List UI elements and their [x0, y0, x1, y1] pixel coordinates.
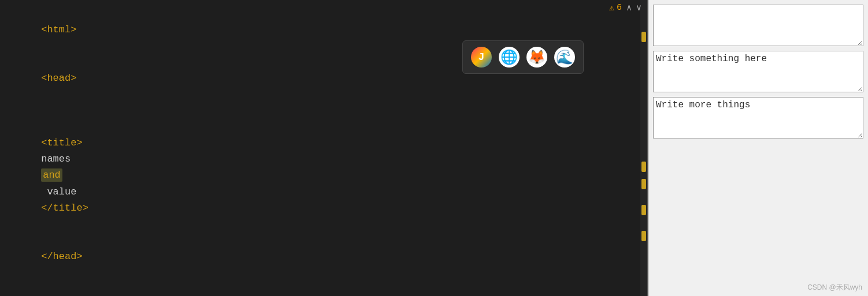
watermark: CSDN @禾风wyh — [807, 283, 862, 293]
chrome-icon[interactable]: 🌐 — [499, 47, 520, 68]
code-line-4: </head> — [6, 233, 647, 281]
code-line-3: <title> names and value </title> — [6, 103, 647, 232]
editor-pane: ⚠ 6 ∧ ∨ J 🌐 🦊 🌊 <html> <head> <title> na… — [0, 0, 647, 296]
nav-down-arrow[interactable]: ∨ — [636, 2, 641, 13]
code-tag-and: and — [41, 168, 62, 182]
scroll-marker-5 — [641, 231, 646, 241]
warning-badge: ⚠ 6 — [609, 2, 622, 13]
code-line-5: <body> — [6, 281, 647, 296]
code-tag: <title> — [41, 137, 82, 148]
browser-popup: J 🌐 🦊 🌊 — [462, 40, 584, 74]
scroll-marker-2 — [641, 162, 646, 172]
scroll-marker-3 — [641, 179, 646, 189]
firefox-icon[interactable]: 🦊 — [526, 47, 547, 68]
code-text — [41, 121, 53, 132]
code-tag: </head> — [41, 251, 82, 262]
editor-scrollbar[interactable] — [640, 0, 647, 296]
preview-textarea-1[interactable] — [653, 5, 863, 46]
warning-count: 6 — [617, 3, 622, 13]
code-text: names — [41, 153, 76, 164]
code-tag: <head> — [41, 73, 76, 84]
top-bar: ⚠ 6 ∧ ∨ — [603, 0, 647, 16]
code-text: value — [41, 186, 76, 197]
code-tag: <html> — [41, 24, 76, 35]
nav-up-arrow[interactable]: ∧ — [626, 2, 632, 13]
preview-textarea-2[interactable]: Write something here — [653, 51, 863, 92]
edge-icon[interactable]: 🌊 — [554, 47, 575, 68]
preview-textarea-3[interactable]: Write more things — [653, 97, 863, 138]
jetbrains-icon[interactable]: J — [471, 47, 492, 68]
warning-icon: ⚠ — [609, 2, 614, 13]
scroll-marker-4 — [641, 205, 646, 215]
scroll-marker-1 — [641, 32, 646, 42]
preview-pane: Write something here Write more things C… — [647, 0, 868, 296]
code-tag: </title> — [41, 203, 88, 213]
